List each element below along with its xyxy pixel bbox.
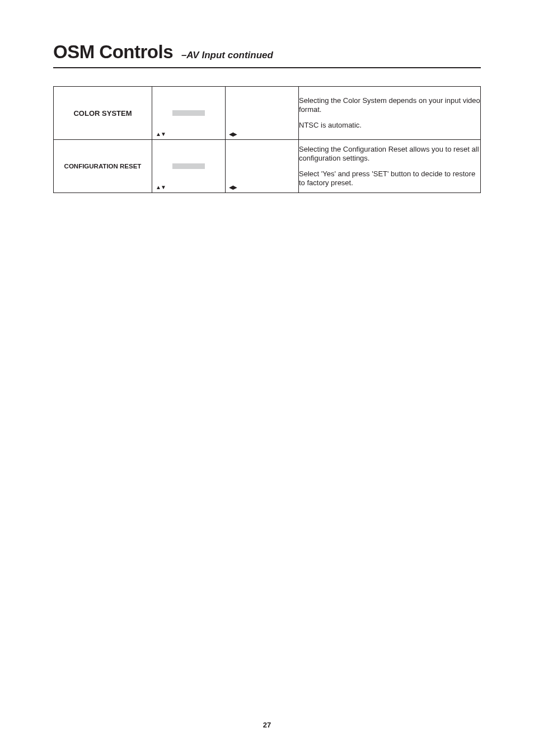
desc-line: Select 'Yes' and press 'SET' button to d… — [299, 170, 480, 188]
updown-icon: ▲▼ — [156, 132, 166, 137]
desc-line: Selecting the Color System depends on yo… — [299, 96, 480, 115]
row-label-color-system: COLOR SYSTEM — [54, 87, 152, 140]
icon-cell-updown: ▲▼ — [152, 87, 226, 140]
row-description: Selecting the Configuration Reset allows… — [299, 140, 481, 193]
icon-cell-leftright: ◀▶ — [226, 140, 299, 193]
icon-cell-updown: ▲▼ — [152, 140, 226, 193]
table-row: CONFIGURATION RESET ▲▼ ◀▶ Selecting the … — [54, 140, 481, 193]
desc-line: Selecting the Configuration Reset allows… — [299, 145, 480, 163]
updown-icon: ▲▼ — [156, 185, 166, 190]
desc-line: NTSC is automatic. — [299, 121, 480, 130]
image-placeholder — [172, 163, 205, 169]
title-main: OSM Controls — [53, 41, 173, 62]
icon-cell-leftright: ◀▶ — [226, 87, 299, 140]
page-title: OSM Controls –AV Input continued — [53, 41, 481, 68]
page-number: 27 — [0, 721, 534, 729]
leftright-icon: ◀▶ — [229, 132, 237, 137]
row-description: Selecting the Color System depends on yo… — [299, 87, 481, 140]
leftright-icon: ◀▶ — [229, 185, 237, 190]
row-label-configuration-reset: CONFIGURATION RESET — [54, 140, 152, 193]
controls-table: COLOR SYSTEM ▲▼ ◀▶ Selecting the Color S… — [53, 86, 481, 193]
page: OSM Controls –AV Input continued COLOR S… — [0, 0, 534, 756]
image-placeholder — [172, 110, 205, 116]
table-row: COLOR SYSTEM ▲▼ ◀▶ Selecting the Color S… — [54, 87, 481, 140]
title-sub: –AV Input continued — [181, 50, 273, 60]
